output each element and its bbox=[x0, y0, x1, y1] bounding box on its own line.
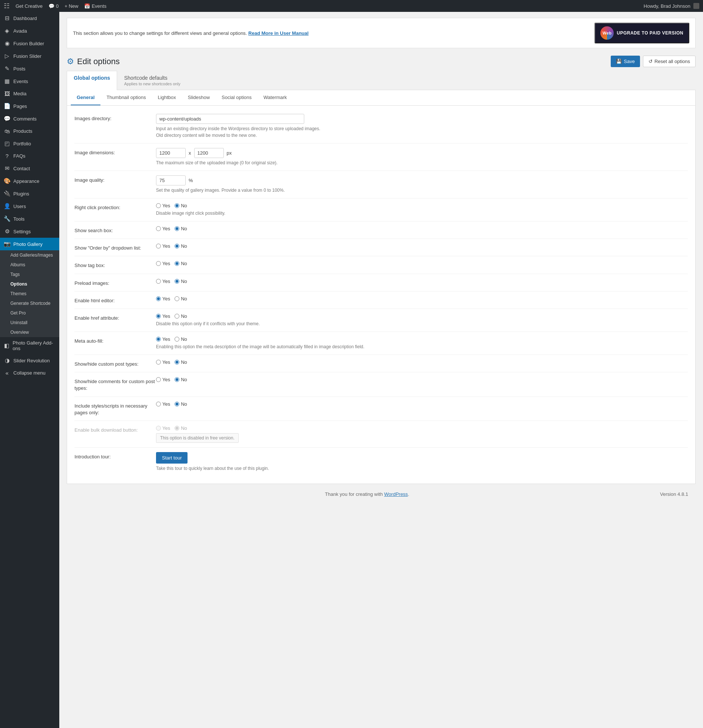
preload-yes-radio[interactable] bbox=[156, 279, 161, 284]
submenu-get-pro[interactable]: Get Pro bbox=[0, 308, 59, 318]
sidebar-item-collapse-menu[interactable]: «Collapse menu bbox=[0, 367, 59, 379]
sidebar-item-posts[interactable]: ✎Posts bbox=[0, 62, 59, 75]
new-content-link[interactable]: + New bbox=[65, 3, 78, 9]
sidebar-item-products[interactable]: 🛍Products bbox=[0, 125, 59, 137]
styles-no-radio[interactable] bbox=[174, 402, 179, 406]
tag-box-yes-label[interactable]: Yes bbox=[156, 261, 170, 266]
version-info: Version 4.8.1 bbox=[660, 491, 688, 497]
events-link[interactable]: 📅 Events bbox=[84, 3, 107, 9]
subtab-thumbnail-options[interactable]: Thumbnail options bbox=[101, 90, 151, 105]
sidebar-item-fusion-slider[interactable]: ▷Fusion Slider bbox=[0, 50, 59, 62]
comments-cpt-no-radio[interactable] bbox=[174, 377, 179, 382]
preload-no-label[interactable]: No bbox=[174, 279, 187, 284]
href-yes-radio[interactable] bbox=[156, 314, 161, 319]
right-click-yes-label[interactable]: Yes bbox=[156, 203, 170, 208]
image-width-input[interactable] bbox=[156, 148, 186, 158]
right-click-no-label[interactable]: No bbox=[174, 203, 187, 208]
preload-yes-label[interactable]: Yes bbox=[156, 279, 170, 284]
order-by-yes-radio[interactable] bbox=[156, 244, 161, 248]
search-box-yes-label[interactable]: Yes bbox=[156, 226, 170, 231]
search-box-no-label[interactable]: No bbox=[174, 226, 187, 231]
subtab-lightbox[interactable]: Lightbox bbox=[152, 90, 182, 105]
submenu-add-galleries[interactable]: Add Galleries/Images bbox=[0, 250, 59, 260]
styles-yes-radio[interactable] bbox=[156, 402, 161, 406]
save-button[interactable]: 💾 Save bbox=[611, 56, 640, 67]
html-editor-no-radio[interactable] bbox=[174, 296, 179, 301]
tag-box-no-label[interactable]: No bbox=[174, 261, 187, 266]
submenu-uninstall[interactable]: Uninstall bbox=[0, 318, 59, 328]
submenu-albums[interactable]: Albums bbox=[0, 260, 59, 270]
submenu-options[interactable]: Options bbox=[0, 279, 59, 289]
subtab-social-options[interactable]: Social options bbox=[216, 90, 258, 105]
control-comments-custom-post-types: Yes No bbox=[156, 377, 688, 382]
search-box-yes-radio[interactable] bbox=[156, 226, 161, 231]
subtab-general[interactable]: General bbox=[71, 90, 101, 105]
read-more-link[interactable]: Read More in User Manual bbox=[248, 30, 309, 36]
sidebar-item-contact[interactable]: ✉Contact bbox=[0, 162, 59, 175]
order-by-no-radio[interactable] bbox=[174, 244, 179, 248]
meta-yes-label[interactable]: Yes bbox=[156, 337, 170, 342]
submenu-themes[interactable]: Themes bbox=[0, 289, 59, 299]
href-no-label[interactable]: No bbox=[174, 313, 187, 319]
reset-button[interactable]: ↺ Reset all options bbox=[643, 56, 696, 67]
sidebar-item-events[interactable]: ▦Events bbox=[0, 75, 59, 88]
href-no-radio[interactable] bbox=[174, 314, 179, 319]
order-by-no-label[interactable]: No bbox=[174, 243, 187, 249]
wp-logo-icon[interactable]: ☷ bbox=[4, 2, 10, 10]
tag-box-no-radio[interactable] bbox=[174, 261, 179, 266]
sidebar-item-settings[interactable]: ⚙Settings bbox=[0, 225, 59, 238]
html-editor-yes-label[interactable]: Yes bbox=[156, 296, 170, 302]
meta-yes-radio[interactable] bbox=[156, 337, 161, 342]
sidebar-item-portfolio[interactable]: ◰Portfolio bbox=[0, 137, 59, 150]
sidebar-item-slider-revolution[interactable]: ◑Slider Revolution bbox=[0, 354, 59, 367]
sidebar-item-dashboard[interactable]: ⊟Dashboard bbox=[0, 12, 59, 25]
search-box-no-radio[interactable] bbox=[174, 226, 179, 231]
sidebar-item-avada[interactable]: ◈Avada bbox=[0, 25, 59, 37]
sidebar-item-appearance[interactable]: 🎨Appearance bbox=[0, 175, 59, 187]
sidebar-item-photo-gallery[interactable]: 📷Photo Gallery bbox=[0, 238, 59, 250]
start-tour-button[interactable]: Start tour bbox=[156, 452, 187, 464]
sidebar-item-photo-gallery-addons[interactable]: ◧Photo Gallery Add-ons bbox=[0, 337, 59, 354]
tab-shortcode-defaults[interactable]: Shortcode defaults Applies to new shortc… bbox=[117, 71, 187, 90]
right-click-yes-radio[interactable] bbox=[156, 203, 161, 208]
comments-cpt-yes-radio[interactable] bbox=[156, 377, 161, 382]
subtab-watermark[interactable]: Watermark bbox=[258, 90, 293, 105]
sidebar-item-fusion-builder[interactable]: ◉Fusion Builder bbox=[0, 37, 59, 50]
cpt-yes-radio[interactable] bbox=[156, 360, 161, 364]
meta-no-label[interactable]: No bbox=[174, 337, 187, 342]
cpt-no-radio[interactable] bbox=[174, 360, 179, 364]
image-quality-input[interactable] bbox=[156, 175, 186, 185]
sidebar-item-media[interactable]: 🖼Media bbox=[0, 88, 59, 100]
html-editor-no-label[interactable]: No bbox=[174, 296, 187, 302]
submenu-overview[interactable]: Overview bbox=[0, 328, 59, 337]
sidebar-item-pages[interactable]: 📄Pages bbox=[0, 100, 59, 113]
sidebar-item-faqs[interactable]: ?FAQs bbox=[0, 150, 59, 162]
images-directory-input[interactable] bbox=[156, 114, 304, 124]
comments-link[interactable]: 💬 0 bbox=[49, 3, 59, 9]
submenu-tags[interactable]: Tags bbox=[0, 270, 59, 279]
cpt-yes-label[interactable]: Yes bbox=[156, 360, 170, 365]
href-yes-label[interactable]: Yes bbox=[156, 313, 170, 319]
styles-yes-label[interactable]: Yes bbox=[156, 401, 170, 407]
order-by-yes-label[interactable]: Yes bbox=[156, 243, 170, 249]
sidebar-item-users[interactable]: 👤Users bbox=[0, 200, 59, 212]
comments-cpt-yes-label[interactable]: Yes bbox=[156, 377, 170, 382]
right-click-no-radio[interactable] bbox=[174, 203, 179, 208]
sidebar-item-comments[interactable]: 💬Comments bbox=[0, 113, 59, 125]
tag-box-yes-radio[interactable] bbox=[156, 261, 161, 266]
styles-no-label[interactable]: No bbox=[174, 401, 187, 407]
sidebar-item-tools[interactable]: 🔧Tools bbox=[0, 212, 59, 225]
sidebar-item-plugins[interactable]: 🔌Plugins bbox=[0, 187, 59, 200]
html-editor-yes-radio[interactable] bbox=[156, 296, 161, 301]
meta-no-radio[interactable] bbox=[174, 337, 179, 342]
wordpress-link[interactable]: WordPress bbox=[384, 491, 408, 497]
preload-no-radio[interactable] bbox=[174, 279, 179, 284]
upgrade-button[interactable]: Web UPGRADE TO PAID VERSION bbox=[594, 23, 689, 43]
cpt-no-label[interactable]: No bbox=[174, 360, 187, 365]
site-name[interactable]: Get Creative bbox=[16, 3, 43, 9]
comments-cpt-no-label[interactable]: No bbox=[174, 377, 187, 382]
tab-global-options[interactable]: Global options bbox=[67, 71, 117, 90]
submenu-generate-shortcode[interactable]: Generate Shortcode bbox=[0, 299, 59, 308]
subtab-slideshow[interactable]: Slideshow bbox=[182, 90, 216, 105]
image-height-input[interactable] bbox=[194, 148, 224, 158]
